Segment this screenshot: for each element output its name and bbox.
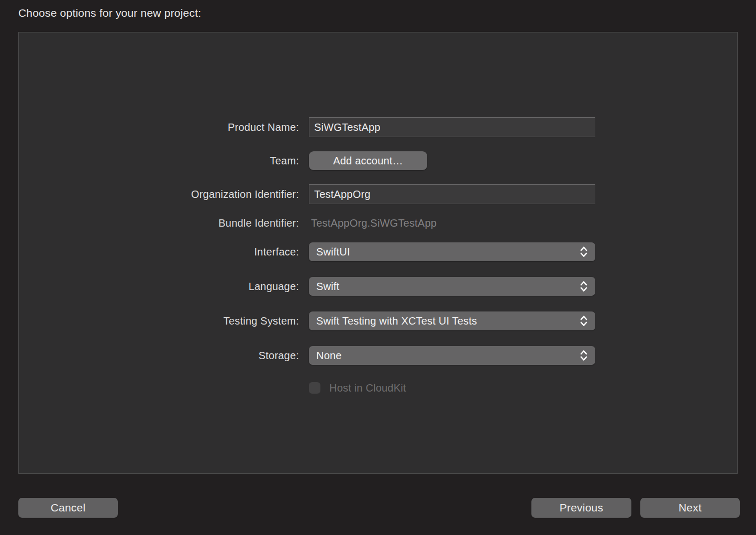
- product-name-row: Product Name:: [19, 117, 737, 137]
- storage-selected-value: None: [316, 350, 342, 362]
- language-row: Language: Swift: [19, 277, 737, 296]
- next-button[interactable]: Next: [640, 498, 740, 518]
- organization-identifier-label: Organization Identifier:: [19, 188, 299, 200]
- product-name-label: Product Name:: [19, 121, 299, 133]
- language-selected-value: Swift: [316, 281, 339, 293]
- testing-system-row: Testing System: Swift Testing with XCTes…: [19, 311, 737, 330]
- bundle-identifier-value: TestAppOrg.SiWGTestApp: [309, 217, 437, 229]
- previous-button[interactable]: Previous: [531, 498, 631, 518]
- storage-select[interactable]: None: [309, 346, 595, 365]
- dialog-title: Choose options for your new project:: [18, 7, 201, 19]
- chevron-up-down-icon: [578, 315, 590, 327]
- chevron-up-down-icon: [578, 349, 590, 362]
- organization-identifier-input[interactable]: [309, 184, 595, 204]
- interface-selected-value: SwiftUI: [316, 246, 350, 258]
- options-panel: Product Name: Team: Add account… Organiz…: [18, 32, 738, 474]
- testing-system-select[interactable]: Swift Testing with XCTest UI Tests: [309, 311, 595, 330]
- cancel-button[interactable]: Cancel: [18, 498, 118, 518]
- language-label: Language:: [19, 281, 299, 293]
- host-in-cloudkit-label: Host in CloudKit: [329, 382, 406, 394]
- host-in-cloudkit-checkbox[interactable]: [309, 382, 320, 394]
- host-in-cloudkit-row: Host in CloudKit: [19, 382, 737, 394]
- chevron-up-down-icon: [578, 280, 590, 293]
- testing-system-selected-value: Swift Testing with XCTest UI Tests: [316, 315, 477, 327]
- product-name-input[interactable]: [309, 117, 595, 137]
- storage-row: Storage: None: [19, 346, 737, 365]
- interface-label: Interface:: [19, 246, 299, 258]
- interface-row: Interface: SwiftUI: [19, 242, 737, 261]
- bundle-identifier-label: Bundle Identifier:: [19, 217, 299, 229]
- language-select[interactable]: Swift: [309, 277, 595, 296]
- team-row: Team: Add account…: [19, 151, 737, 170]
- interface-select[interactable]: SwiftUI: [309, 242, 595, 261]
- add-account-button[interactable]: Add account…: [309, 151, 427, 170]
- chevron-up-down-icon: [578, 246, 590, 258]
- organization-identifier-row: Organization Identifier:: [19, 184, 737, 204]
- storage-label: Storage:: [19, 350, 299, 362]
- testing-system-label: Testing System:: [19, 315, 299, 327]
- bundle-identifier-row: Bundle Identifier: TestAppOrg.SiWGTestAp…: [19, 216, 737, 230]
- team-label: Team:: [19, 155, 299, 167]
